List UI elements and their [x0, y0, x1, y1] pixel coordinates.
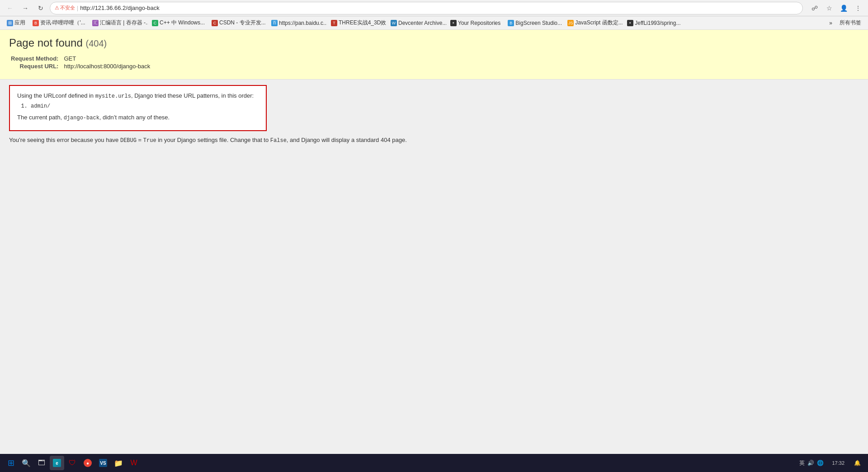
bookmarks-bar: ⊞ 应用 B 资讯·哔哩哔哩（'... 汇 汇编语言 | 吞存器 -... C …	[0, 16, 868, 30]
url-patterns-box: Using the URLconf defined in mysite.urls…	[9, 85, 267, 131]
separator: |	[77, 5, 78, 11]
bookmark-github[interactable]: ⚬ Your Repositories	[447, 19, 504, 28]
bookmark-cpp[interactable]: C C++ 中 Windows...	[149, 18, 208, 28]
url-patterns-list: admin/	[31, 103, 259, 109]
more-button[interactable]: ⋮	[852, 2, 864, 14]
all-bookmarks-button[interactable]: 所有书签	[836, 18, 864, 28]
page-title: Page not found (404)	[9, 37, 859, 49]
bookmark-bigscreen-icon: B	[508, 20, 514, 26]
bookmark-three[interactable]: T THREE实战4_3D效...	[328, 18, 387, 28]
browser-controls: ← → ↻ ⚠ 不安全 | http://121.36.66.2/django-…	[0, 0, 868, 16]
bookmark-javascript[interactable]: JS JavaScript 函数定...	[564, 18, 623, 28]
bookmark-jeffli-icon: ⚬	[627, 20, 633, 26]
error-header: Page not found (404) Request Method: GET…	[0, 30, 868, 80]
bookmark-csdn[interactable]: C CSDN - 专业开发...	[208, 18, 267, 28]
refresh-button[interactable]: ↻	[34, 2, 47, 14]
address-text: http://121.36.66.2/django-back	[80, 5, 798, 11]
bookmark-devcenter-icon: W	[391, 20, 397, 26]
bookmark-assembly-icon: 汇	[92, 20, 99, 26]
request-info: Request Method: GET Request URL: http://…	[9, 55, 859, 70]
bookmark-bigscreen[interactable]: B BigScreen Studio...	[505, 19, 563, 28]
bookmark-apps[interactable]: ⊞ 应用	[4, 18, 28, 28]
bookmark-baidu[interactable]: 百 https://pan.baidu.c...	[268, 19, 327, 28]
bookmark-devcenter[interactable]: W Devcenter Archive...	[387, 19, 446, 28]
bookmark-bilibili-icon: B	[33, 20, 39, 26]
no-match-path: django-back	[64, 115, 99, 121]
browser-action-icons: ☍ ☆ 👤 ⋮	[808, 2, 864, 14]
request-method-label: Request Method:	[9, 55, 62, 62]
bookmark-apps-icon: ⊞	[7, 20, 13, 26]
bookmark-baidu-icon: 百	[271, 20, 278, 26]
bookmark-cpp-icon: C	[152, 20, 158, 26]
security-warning: ⚠ 不安全	[55, 5, 75, 11]
url-pattern-item: admin/	[31, 103, 259, 109]
request-url-label: Request URL:	[9, 62, 62, 70]
profile-button[interactable]: 👤	[837, 2, 850, 14]
bookmark-button[interactable]: ☆	[823, 2, 835, 14]
no-match-text: The current path, django-back, didn’t ma…	[17, 113, 259, 122]
bookmark-bilibili[interactable]: B 资讯·哔哩哔哩（'...	[29, 18, 88, 28]
request-method-value: GET	[62, 55, 152, 62]
module-name: mysite.urls	[95, 93, 131, 99]
debug-note: You’re seeing this error because you hav…	[9, 137, 859, 144]
more-bookmarks-button[interactable]: »	[826, 19, 835, 28]
bookmark-three-icon: T	[331, 20, 337, 26]
extensions-button[interactable]: ☍	[808, 2, 821, 14]
address-bar[interactable]: ⚠ 不安全 | http://121.36.66.2/django-back	[50, 2, 803, 14]
bookmark-github-icon: ⚬	[450, 20, 457, 26]
bookmark-csdn-icon: C	[212, 20, 218, 26]
bookmark-js-icon: JS	[567, 20, 574, 26]
back-button[interactable]: ←	[4, 2, 16, 14]
url-patterns-intro: Using the URLconf defined in mysite.urls…	[17, 91, 259, 100]
page-content: Page not found (404) Request Method: GET…	[0, 30, 868, 454]
bookmark-jeffli[interactable]: ⚬ JeffLi1993/spring...	[624, 19, 683, 28]
status-code: (404)	[85, 38, 107, 48]
request-url-value: http://localhost:8000/django-back	[62, 62, 152, 70]
forward-button[interactable]: →	[19, 2, 32, 14]
bookmark-assembly[interactable]: 汇 汇编语言 | 吞存器 -...	[89, 18, 148, 28]
